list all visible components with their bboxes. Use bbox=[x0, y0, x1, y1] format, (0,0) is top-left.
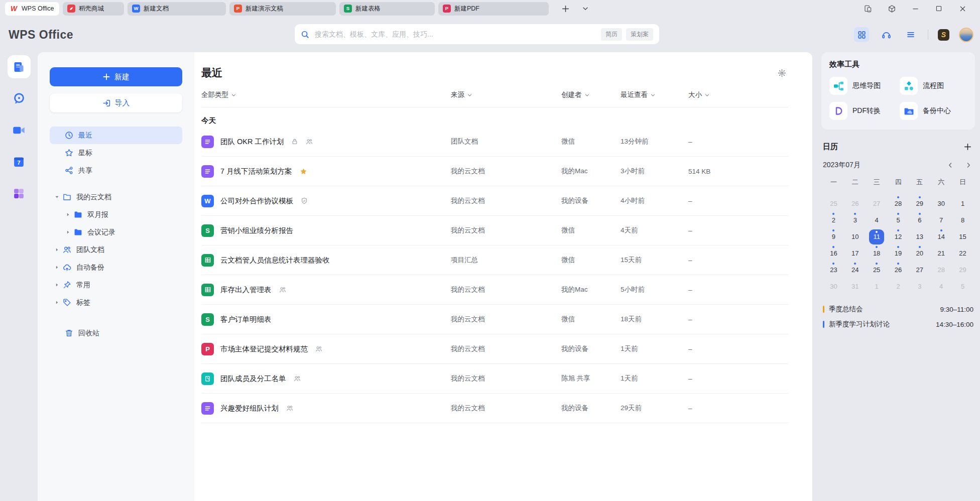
calendar-day[interactable]: 13 bbox=[909, 228, 930, 245]
rail-item-apps[interactable] bbox=[8, 182, 31, 205]
workspace-cube-button[interactable] bbox=[885, 2, 898, 15]
calendar-day[interactable]: 14 bbox=[930, 228, 952, 245]
tab-4[interactable]: S新建表格 bbox=[339, 2, 435, 16]
view-grid-button[interactable] bbox=[854, 27, 869, 42]
rail-item-meetings[interactable] bbox=[8, 118, 31, 142]
file-row-6[interactable]: S客户订单明细表我的云文档微信18天前– bbox=[201, 305, 789, 334]
calendar-day[interactable]: 19 bbox=[888, 245, 909, 262]
tab-5[interactable]: P新建PDF bbox=[438, 2, 549, 16]
calendar-add-button[interactable] bbox=[961, 141, 973, 153]
sidebar-item-7[interactable]: 自动备份 bbox=[50, 259, 182, 276]
sidebar-item-6[interactable]: 团队文档 bbox=[50, 241, 182, 259]
calendar-prev-button[interactable] bbox=[945, 160, 955, 170]
calendar-day[interactable]: 1 bbox=[952, 195, 973, 212]
calendar-day[interactable]: 30 bbox=[930, 195, 952, 212]
calendar-day[interactable]: 22 bbox=[952, 245, 973, 262]
file-row-0[interactable]: 团队 OKR 工作计划团队文档微信13分钟前– bbox=[201, 127, 789, 157]
maximize-button[interactable] bbox=[932, 2, 945, 15]
sidebar-item-5[interactable]: 会议记录 bbox=[50, 223, 182, 241]
support-headset-button[interactable] bbox=[879, 27, 894, 42]
new-button[interactable]: 新建 bbox=[50, 67, 182, 86]
tool-3[interactable]: 备份中心 bbox=[900, 102, 967, 120]
calendar-day[interactable]: 29 bbox=[909, 195, 930, 212]
sidebar-item-9[interactable]: 标签 bbox=[50, 294, 182, 311]
new-tab-button[interactable] bbox=[559, 3, 571, 15]
calendar-day[interactable]: 26 bbox=[888, 262, 909, 278]
settings-gear-button[interactable] bbox=[775, 66, 789, 80]
file-row-3[interactable]: S营销小组业绩分析报告我的云文档微信4天前– bbox=[201, 216, 789, 245]
calendar-day[interactable]: 27 bbox=[909, 262, 930, 278]
filter-dropdown-2[interactable]: 创建者 bbox=[561, 90, 621, 99]
member-badge[interactable]: S bbox=[938, 29, 949, 41]
file-row-4[interactable]: 云文档管人员信息统计表理器验收项目汇总微信15天前– bbox=[201, 245, 789, 275]
close-button[interactable] bbox=[956, 2, 969, 15]
sidebar-item-1[interactable]: 星标 bbox=[50, 144, 182, 162]
file-row-1[interactable]: 7 月线下活动策划方案我的云文档我的Mac3小时前514 KB bbox=[201, 157, 789, 186]
filter-dropdown-4[interactable]: 大小 bbox=[688, 90, 789, 99]
file-row-9[interactable]: 兴趣爱好组队计划我的云文档我的设备29天前– bbox=[201, 394, 789, 423]
calendar-day[interactable]: 28 bbox=[888, 195, 909, 212]
calendar-event-0[interactable]: 季度总结会9:30–11:00 bbox=[823, 302, 973, 317]
avatar[interactable] bbox=[959, 28, 973, 42]
tab-0[interactable]: WWPS Office bbox=[5, 2, 59, 16]
search-input[interactable] bbox=[314, 30, 596, 39]
import-button[interactable]: 导入 bbox=[50, 93, 182, 112]
filter-dropdown-0[interactable]: 全部类型 bbox=[201, 90, 451, 99]
calendar-day[interactable]: 24 bbox=[844, 262, 866, 278]
calendar-day[interactable]: 15 bbox=[952, 228, 973, 245]
devices-button[interactable] bbox=[862, 2, 875, 15]
minimize-button[interactable] bbox=[909, 2, 922, 15]
calendar-day[interactable]: 25 bbox=[866, 262, 888, 278]
calendar-day[interactable]: 12 bbox=[888, 228, 909, 245]
tool-0[interactable]: 思维导图 bbox=[829, 77, 897, 95]
rail-item-messages[interactable] bbox=[8, 87, 31, 110]
sidebar-item-3[interactable]: 我的云文档 bbox=[50, 188, 182, 206]
menu-button[interactable] bbox=[903, 27, 918, 42]
sidebar-item-10[interactable]: 回收站 bbox=[50, 324, 182, 342]
calendar-day[interactable]: 5 bbox=[952, 278, 973, 295]
calendar-day[interactable]: 10 bbox=[844, 228, 866, 245]
calendar-day[interactable]: 20 bbox=[909, 245, 930, 262]
calendar-day[interactable]: 4 bbox=[930, 278, 952, 295]
calendar-day[interactable]: 1 bbox=[866, 278, 888, 295]
calendar-event-1[interactable]: 新季度学习计划讨论14:30–16:00 bbox=[823, 317, 973, 332]
calendar-day[interactable]: 30 bbox=[823, 278, 844, 295]
calendar-day[interactable]: 3 bbox=[844, 212, 866, 228]
rail-item-documents[interactable] bbox=[8, 55, 31, 78]
search-tag-1[interactable]: 策划案 bbox=[626, 28, 653, 41]
calendar-day[interactable]: 23 bbox=[823, 262, 844, 278]
search-bar[interactable]: 简历策划案 bbox=[295, 24, 659, 44]
calendar-day[interactable]: 27 bbox=[866, 195, 888, 212]
calendar-day[interactable]: 26 bbox=[844, 195, 866, 212]
calendar-day[interactable]: 5 bbox=[888, 212, 909, 228]
sidebar-item-0[interactable]: 最近 bbox=[50, 127, 182, 144]
calendar-day[interactable]: 8 bbox=[952, 212, 973, 228]
calendar-day[interactable]: 9 bbox=[823, 228, 844, 245]
calendar-day[interactable]: 29 bbox=[952, 262, 973, 278]
file-row-5[interactable]: 库存出入管理表我的云文档我的Mac5小时前– bbox=[201, 275, 789, 305]
tab-3[interactable]: P新建演示文稿 bbox=[229, 2, 336, 16]
calendar-day[interactable]: 3 bbox=[909, 278, 930, 295]
calendar-day[interactable]: 16 bbox=[823, 245, 844, 262]
file-row-7[interactable]: P市场主体登记提交材料规范我的云文档我的设备1天前– bbox=[201, 334, 789, 364]
tab-2[interactable]: W新建文档 bbox=[128, 2, 226, 16]
tool-1[interactable]: 流程图 bbox=[900, 77, 967, 95]
file-row-8[interactable]: 团队成员及分工名单我的云文档陈旭 共享1天前– bbox=[201, 364, 789, 394]
rail-item-calendar[interactable]: 7 bbox=[8, 150, 31, 173]
calendar-day[interactable]: 7 bbox=[930, 212, 952, 228]
calendar-day[interactable]: 21 bbox=[930, 245, 952, 262]
calendar-day[interactable]: 4 bbox=[866, 212, 888, 228]
calendar-day[interactable]: 11 bbox=[866, 228, 888, 245]
sidebar-item-8[interactable]: 常用 bbox=[50, 276, 182, 294]
filter-dropdown-3[interactable]: 最近查看 bbox=[621, 90, 688, 99]
tab-list-chevron[interactable] bbox=[579, 3, 591, 15]
calendar-day[interactable]: 17 bbox=[844, 245, 866, 262]
file-row-2[interactable]: W公司对外合作协议模板我的云文档我的设备4小时前– bbox=[201, 186, 789, 216]
search-tag-0[interactable]: 简历 bbox=[601, 28, 622, 41]
tab-1[interactable]: 稻壳商城 bbox=[63, 2, 124, 16]
calendar-day[interactable]: 6 bbox=[909, 212, 930, 228]
calendar-day[interactable]: 2 bbox=[823, 212, 844, 228]
sidebar-item-4[interactable]: 双月报 bbox=[50, 206, 182, 223]
calendar-day[interactable]: 2 bbox=[888, 278, 909, 295]
calendar-day[interactable]: 28 bbox=[930, 262, 952, 278]
